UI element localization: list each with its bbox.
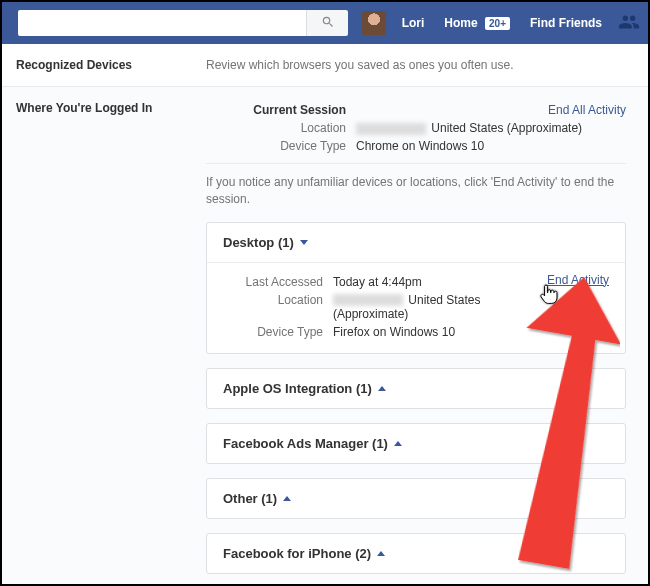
device-card-desktop: Desktop (1) End Activity Last Accessed T… bbox=[206, 222, 626, 354]
end-all-activity-link[interactable]: End All Activity bbox=[548, 103, 626, 117]
recognized-devices-label: Recognized Devices bbox=[16, 58, 206, 72]
recognized-devices-desc: Review which browsers you saved as ones … bbox=[206, 58, 514, 72]
header-right: Lori Home 20+ Find Friends bbox=[362, 11, 640, 36]
card-title: Facebook for iPhone (2) bbox=[223, 546, 371, 561]
logged-in-section: Where You're Logged In Current Session E… bbox=[2, 87, 648, 586]
chevron-up-icon bbox=[378, 386, 386, 391]
card-title: Other (1) bbox=[223, 491, 277, 506]
recognized-devices-row: Recognized Devices Review which browsers… bbox=[2, 44, 648, 87]
search-wrap bbox=[18, 10, 348, 36]
device-card-header[interactable]: Other (1) bbox=[207, 479, 625, 518]
last-accessed-label: Last Accessed bbox=[223, 275, 333, 289]
logged-in-label: Where You're Logged In bbox=[16, 101, 206, 586]
chevron-up-icon bbox=[377, 551, 385, 556]
current-session-label: Current Session bbox=[206, 103, 356, 117]
chevron-up-icon bbox=[394, 441, 402, 446]
device-card-body: End Activity Last Accessed Today at 4:44… bbox=[207, 262, 625, 353]
chevron-up-icon bbox=[283, 496, 291, 501]
avatar[interactable] bbox=[362, 11, 386, 35]
device-card-other: Other (1) bbox=[206, 478, 626, 519]
card-title: Facebook Ads Manager (1) bbox=[223, 436, 388, 451]
home-link[interactable]: Home 20+ bbox=[444, 16, 510, 30]
device-card-ads-manager: Facebook Ads Manager (1) bbox=[206, 423, 626, 464]
card-title: Desktop (1) bbox=[223, 235, 294, 250]
device-card-header[interactable]: Facebook Ads Manager (1) bbox=[207, 424, 625, 463]
card-title: Apple OS Integration (1) bbox=[223, 381, 372, 396]
device-type-label: Device Type bbox=[206, 139, 356, 153]
search-button[interactable] bbox=[306, 10, 348, 36]
location-label: Location bbox=[206, 121, 356, 135]
chevron-down-icon bbox=[300, 240, 308, 245]
session-location-value: United States (Approximate) bbox=[333, 293, 609, 321]
session-device-value: Firefox on Windows 10 bbox=[333, 325, 609, 339]
end-activity-link[interactable]: End Activity bbox=[547, 273, 609, 287]
profile-link[interactable]: Lori bbox=[402, 16, 425, 30]
friend-requests-icon[interactable] bbox=[618, 11, 640, 36]
logged-in-content: Current Session End All Activity Locatio… bbox=[206, 101, 648, 586]
device-card-header[interactable]: Desktop (1) bbox=[207, 223, 625, 262]
redacted-location bbox=[333, 294, 403, 306]
location-value: United States (Approximate) bbox=[356, 121, 626, 135]
security-notice: If you notice any unfamiliar devices or … bbox=[206, 174, 626, 208]
device-type-value: Chrome on Windows 10 bbox=[356, 139, 626, 153]
find-friends-link[interactable]: Find Friends bbox=[530, 16, 602, 30]
session-device-label: Device Type bbox=[223, 325, 333, 339]
search-icon bbox=[321, 15, 335, 32]
notification-badge: 20+ bbox=[485, 17, 510, 30]
device-card-header[interactable]: Facebook for iPhone (2) bbox=[207, 534, 625, 573]
search-input[interactable] bbox=[18, 10, 306, 36]
home-label: Home bbox=[444, 16, 477, 30]
session-location-label: Location bbox=[223, 293, 333, 321]
header-bar: Lori Home 20+ Find Friends bbox=[2, 2, 648, 44]
device-card-header[interactable]: Apple OS Integration (1) bbox=[207, 369, 625, 408]
separator bbox=[206, 163, 626, 164]
device-card-iphone: Facebook for iPhone (2) bbox=[206, 533, 626, 574]
device-card-apple-os: Apple OS Integration (1) bbox=[206, 368, 626, 409]
redacted-location bbox=[356, 123, 426, 135]
